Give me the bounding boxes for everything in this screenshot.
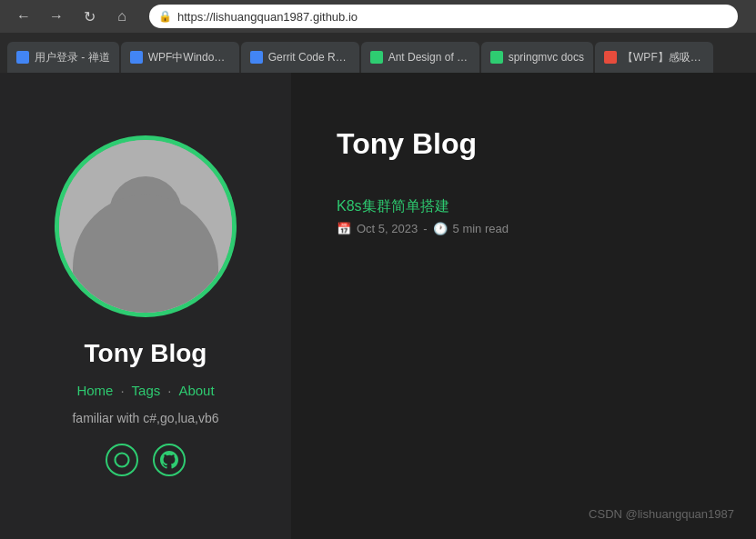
post-meta: 📅 Oct 5, 2023 - 🕐 5 min read [337, 222, 711, 235]
avatar [55, 135, 237, 317]
silhouette-body [73, 195, 218, 313]
url-text: https://lishuangquan1987.github.io [177, 10, 358, 24]
nav-sep-2: · [167, 383, 171, 398]
sidebar-blog-title: Tony Blog [85, 339, 207, 368]
post-date: Oct 5, 2023 [357, 222, 418, 235]
tab-favicon-1 [16, 51, 29, 64]
browser-tabs: 用户登录 - 禅道 WPF中WindowFor... Gerrit Code R… [0, 33, 756, 73]
csdn-badge: CSDN @lishuangquan1987 [589, 507, 734, 521]
tab-favicon-5 [490, 51, 503, 64]
nav-sep-1: · [120, 383, 124, 398]
github-social-icon[interactable] [153, 444, 186, 476]
clock-icon: 🕐 [433, 222, 448, 235]
calendar-icon: 📅 [337, 222, 351, 235]
tab-favicon-2 [130, 51, 143, 64]
back-button[interactable]: ← [11, 4, 36, 29]
post-item: K8s集群简单搭建 📅 Oct 5, 2023 - 🕐 5 min read [337, 197, 711, 235]
tab-label-5: springmvc docs [509, 51, 584, 64]
tab-2[interactable]: WPF中WindowFor... [121, 42, 239, 73]
page-content: Tony Blog Home · Tags · About familiar w… [0, 73, 756, 539]
post-read-time: 5 min read [453, 222, 509, 235]
tab-6[interactable]: 【WPF】感吸XAML [595, 42, 713, 73]
home-button[interactable]: ⌂ [109, 4, 135, 29]
post-title-link[interactable]: K8s集群简单搭建 [337, 197, 711, 216]
circle-social-icon[interactable] [106, 444, 138, 476]
github-icon-svg [158, 449, 180, 471]
post-meta-sep: - [423, 222, 427, 235]
address-bar[interactable]: 🔒 https://lishuangquan1987.github.io [149, 5, 738, 28]
refresh-button[interactable]: ↻ [76, 4, 102, 29]
browser-titlebar: ← → ↻ ⌂ 🔒 https://lishuangquan1987.githu… [0, 0, 756, 33]
nav-home-link[interactable]: Home [76, 383, 113, 398]
social-icons [106, 444, 186, 476]
tab-4[interactable]: Ant Design of React _ [361, 42, 479, 73]
sidebar: Tony Blog Home · Tags · About familiar w… [0, 73, 291, 539]
bio-text: familiar with c#,go,lua,vb6 [72, 411, 218, 425]
tab-3[interactable]: Gerrit Code Review [241, 42, 359, 73]
main-content: Tony Blog K8s集群简单搭建 📅 Oct 5, 2023 - 🕐 5 … [291, 73, 756, 539]
nav-about-link[interactable]: About [178, 383, 214, 398]
tab-favicon-6 [604, 51, 617, 64]
browser-chrome: ← → ↻ ⌂ 🔒 https://lishuangquan1987.githu… [0, 0, 756, 73]
main-blog-title: Tony Blog [337, 127, 711, 161]
tab-1[interactable]: 用户登录 - 禅道 [7, 42, 119, 73]
tab-favicon-3 [250, 51, 263, 64]
tab-5[interactable]: springmvc docs [481, 42, 593, 73]
tab-label-3: Gerrit Code Review [268, 51, 350, 64]
tab-label-4: Ant Design of React _ [388, 51, 470, 64]
tab-label-1: 用户登录 - 禅道 [35, 50, 110, 65]
tab-favicon-4 [370, 51, 383, 64]
nav-tags-link[interactable]: Tags [132, 383, 161, 398]
forward-button[interactable]: → [44, 4, 69, 29]
tab-label-2: WPF中WindowFor... [148, 50, 230, 65]
circle-icon-svg [113, 451, 131, 469]
lock-icon: 🔒 [158, 10, 172, 23]
avatar-silhouette [59, 140, 232, 313]
sidebar-nav: Home · Tags · About [76, 383, 214, 398]
svg-point-0 [116, 454, 129, 467]
tab-label-6: 【WPF】感吸XAML [622, 50, 704, 65]
